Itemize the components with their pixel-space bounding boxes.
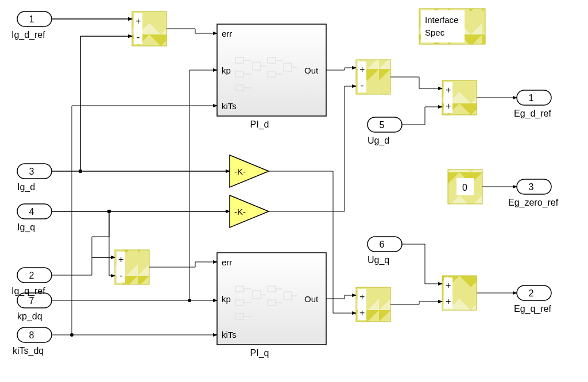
inport-1-num: 1 [29, 14, 34, 24]
sum-block-s3[interactable]: + - [356, 60, 390, 94]
inport-5-name: Ug_d [368, 136, 389, 146]
pi-q-port-kits: kiTs [222, 330, 237, 339]
inport-2-name: Ig_q_ref [11, 286, 45, 296]
svg-rect-40 [17, 327, 52, 342]
pi-d-port-kits: kiTs [222, 101, 237, 111]
interface-line1: Interface [425, 15, 458, 25]
svg-rect-37 [17, 204, 52, 219]
outport-1-name: Eg_d_ref [514, 109, 551, 119]
inport-2-num: 2 [29, 271, 34, 280]
outport-3[interactable]: 3 Eg_zero_ref [508, 179, 559, 208]
pi-d-port-out: Out [304, 65, 319, 75]
interface-line2: Spec [425, 28, 445, 37]
inport-4[interactable]: 4 Ig_q [17, 204, 52, 233]
inport-8-name: kiTs_dq [13, 346, 44, 356]
gain-2-label: -K- [234, 207, 246, 217]
inport-5[interactable]: 5 Ug_d [368, 117, 402, 146]
inport-4-name: Ig_q [17, 222, 35, 233]
pi-q-port-out: Out [304, 294, 319, 304]
outport-3-name: Eg_zero_ref [508, 198, 559, 208]
inport-1[interactable]: 1 Ig_d_ref [11, 11, 52, 40]
inport-8-num: 8 [29, 330, 34, 340]
outport-2-name: Eg_q_ref [514, 304, 551, 314]
sum-block-s6[interactable]: + + [442, 276, 477, 310]
inport-4-num: 4 [29, 207, 34, 217]
sum-sign: + [446, 296, 451, 306]
sum-sign: + [359, 308, 365, 318]
inport-7-num: 7 [29, 296, 34, 306]
wires [52, 19, 230, 257]
gain-1-label: -K- [234, 167, 246, 176]
constant-value: 0 [462, 183, 467, 192]
inport-6-name: Ug_q [368, 255, 389, 265]
svg-rect-44 [517, 179, 551, 194]
sum-sign: + [446, 85, 451, 95]
sum-block-s4[interactable]: + + [356, 287, 390, 322]
inport-3-name: Ig_d [17, 182, 35, 192]
svg-rect-45 [517, 285, 551, 300]
sum-sign: + [446, 280, 451, 290]
sum-sign: + [136, 16, 141, 26]
interface-spec-block[interactable]: Interface Spec [419, 9, 485, 44]
sum-block-s2[interactable]: + - [115, 250, 149, 284]
inport-3-num: 3 [29, 167, 34, 176]
inport-3[interactable]: 3 Ig_d [17, 164, 52, 192]
sum-sign: + [118, 254, 123, 264]
sum-sign: - [361, 80, 363, 90]
sum-block-s1[interactable]: + - [132, 11, 167, 46]
outport-3-num: 3 [529, 182, 534, 192]
svg-rect-38 [17, 268, 52, 283]
pi-q-port-err: err [222, 257, 232, 267]
sum-sign: + [359, 64, 365, 74]
inport-7-name: kp_dq [17, 311, 42, 322]
svg-rect-41 [368, 117, 402, 132]
pi-q-port-kp: kp [222, 294, 231, 304]
svg-rect-36 [17, 164, 52, 179]
sum-sign: + [359, 292, 365, 302]
sum-sign: - [137, 32, 140, 42]
inport-6[interactable]: 6 Ug_q [368, 237, 402, 265]
inport-1-name: Ig_d_ref [11, 30, 45, 40]
inport-2[interactable]: 2 Ig_q_ref [11, 268, 52, 296]
pi-d-port-kp: kp [222, 65, 231, 75]
svg-rect-42 [368, 237, 402, 252]
outport-2-num: 2 [529, 288, 534, 298]
gain-block-2[interactable]: -K- [230, 195, 269, 227]
outport-1[interactable]: 1 Eg_d_ref [514, 90, 551, 119]
inport-7[interactable]: 7 kp_dq [17, 293, 52, 322]
svg-rect-43 [517, 90, 551, 105]
inport-8[interactable]: 8 kiTs_dq [13, 327, 52, 356]
inport-6-num: 6 [380, 240, 385, 249]
subsystem-pi-q[interactable]: err kp kiTs Out PI_q [217, 253, 326, 358]
constant-zero-block[interactable]: 0 [448, 169, 482, 204]
sum-sign: + [446, 101, 451, 111]
inport-5-num: 5 [380, 120, 385, 130]
svg-rect-35 [17, 11, 52, 26]
outport-2[interactable]: 2 Eg_q_ref [514, 285, 551, 314]
pi-d-port-err: err [222, 29, 232, 38]
pi-q-label: PI_q [250, 348, 269, 358]
sum-sign: - [119, 271, 122, 280]
subsystem-pi-d[interactable]: err kp kiTs Out PI_d [217, 24, 326, 130]
sum-block-s5[interactable]: + + [442, 80, 477, 115]
outport-1-num: 1 [529, 93, 534, 103]
pi-d-label: PI_d [250, 119, 269, 130]
gain-block-1[interactable]: -K- [230, 155, 269, 187]
